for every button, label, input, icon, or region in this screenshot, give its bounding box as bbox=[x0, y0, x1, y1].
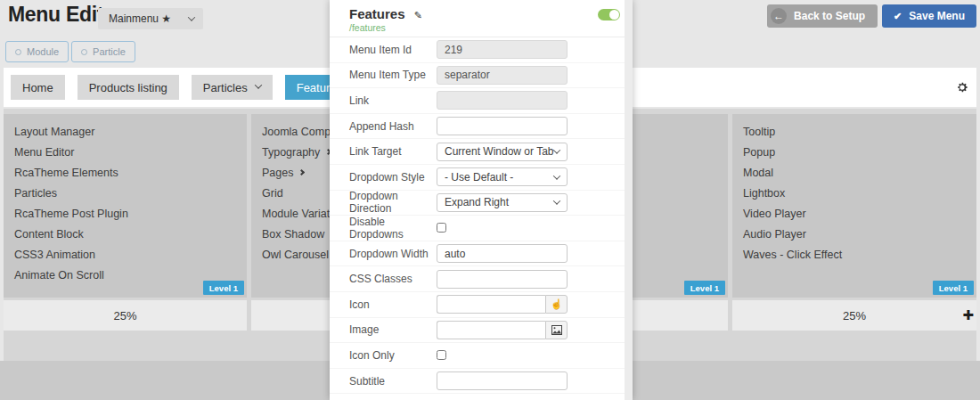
menu-item-label: Pages bbox=[262, 167, 293, 179]
menu-item[interactable]: Tooltip bbox=[732, 121, 976, 142]
particle-button-label: Particle bbox=[93, 46, 126, 57]
dropdown-width-input[interactable] bbox=[437, 244, 568, 263]
field-label: Dropdown Width bbox=[349, 248, 437, 260]
edit-title-pencil-icon[interactable]: ✎ bbox=[414, 10, 422, 20]
menu-item-settings-modal: Features ✎ /features Menu Item Id Menu I… bbox=[330, 0, 633, 400]
column-width-control[interactable]: 25% ✚ bbox=[732, 300, 976, 331]
hand-pointer-icon: ☝ bbox=[551, 298, 563, 310]
menu-item-label: Audio Player bbox=[743, 228, 806, 241]
field-label: Link bbox=[349, 94, 437, 107]
back-button-label: Back to Setup bbox=[794, 10, 865, 22]
menu-select-dropdown[interactable]: Mainmenu ★ bbox=[98, 8, 203, 29]
field-label: Icon Only bbox=[349, 349, 437, 362]
menu-item[interactable]: Popup bbox=[732, 142, 976, 162]
tab-label: Particles bbox=[203, 81, 248, 94]
field-label: Image bbox=[349, 323, 437, 336]
menu-item[interactable]: Particles bbox=[4, 183, 247, 203]
field-label: Dropdown Direction bbox=[349, 190, 437, 215]
menu-item-label: Tooltip bbox=[743, 126, 775, 138]
disable-dropdowns-checkbox[interactable] bbox=[437, 223, 446, 233]
column-width-control[interactable]: 25% bbox=[4, 300, 247, 331]
icon-only-checkbox[interactable] bbox=[437, 350, 446, 360]
back-to-setup-button[interactable]: ← Back to Setup bbox=[767, 4, 878, 28]
toggle-knob bbox=[609, 10, 619, 20]
select-value: - Use Default - bbox=[445, 171, 554, 184]
menu-column-1: Layout Manager Menu Editor RcaTheme Elem… bbox=[4, 114, 247, 298]
particle-drag-button[interactable]: Particle bbox=[71, 41, 135, 62]
icon-picker-button[interactable]: ☝ bbox=[545, 295, 568, 314]
append-hash-input[interactable] bbox=[437, 117, 568, 135]
chevron-down-icon bbox=[553, 147, 560, 154]
tab-home[interactable]: Home bbox=[11, 75, 65, 100]
drag-button-group: Module Particle bbox=[5, 41, 135, 62]
image-icon bbox=[551, 325, 562, 335]
field-label: Link Target bbox=[349, 145, 437, 158]
icon-input[interactable] bbox=[437, 295, 545, 314]
menu-item-label: CSS3 Animation bbox=[14, 249, 95, 261]
dropdown-style-select[interactable]: - Use Default - bbox=[437, 167, 568, 186]
image-picker-button[interactable] bbox=[545, 321, 568, 339]
menu-item-label: Layout Manager bbox=[14, 126, 94, 138]
menu-item-label: RcaTheme Elements bbox=[14, 167, 118, 179]
modal-scrollbar[interactable] bbox=[625, 0, 633, 400]
modal-title: Features ✎ bbox=[349, 6, 613, 21]
enabled-toggle[interactable] bbox=[598, 9, 620, 20]
menu-item-label: Animate On Scroll bbox=[14, 269, 104, 282]
modal-header: Features ✎ /features bbox=[330, 0, 633, 37]
menu-item-label: RcaTheme Post Plugin bbox=[14, 208, 128, 220]
menu-item-label: Particles bbox=[14, 187, 57, 200]
dropdown-direction-select[interactable]: Expand Right bbox=[437, 193, 568, 212]
menu-item-label: Box Shadow bbox=[262, 228, 324, 241]
tab-particles[interactable]: Particles bbox=[192, 75, 273, 100]
menu-item[interactable]: Lightbox bbox=[732, 183, 976, 203]
menu-item[interactable]: CSS3 Animation bbox=[4, 244, 247, 265]
link-input bbox=[437, 91, 568, 110]
image-input[interactable] bbox=[437, 321, 545, 339]
save-menu-button[interactable]: ✔ Save Menu bbox=[882, 4, 976, 28]
menu-item-label: Content Block bbox=[14, 228, 84, 241]
field-label: Icon bbox=[349, 298, 437, 311]
add-column-button[interactable]: ✚ bbox=[962, 306, 974, 324]
menu-item[interactable]: RcaTheme Elements bbox=[4, 162, 247, 183]
menu-settings-gear-icon[interactable] bbox=[956, 81, 968, 94]
select-value: Current Window or Tab bbox=[445, 145, 554, 158]
subtitle-input[interactable] bbox=[437, 371, 568, 390]
menu-item[interactable]: Video Player bbox=[732, 203, 976, 224]
menu-item-label: Modal bbox=[743, 167, 773, 179]
chevron-down-icon bbox=[553, 172, 560, 179]
column-width-label: 25% bbox=[113, 309, 136, 322]
field-label: Subtitle bbox=[349, 375, 437, 388]
menu-item[interactable]: Layout Manager bbox=[4, 121, 247, 142]
back-arrow-icon: ← bbox=[771, 8, 787, 24]
menu-item[interactable]: RcaTheme Post Plugin bbox=[4, 203, 247, 224]
menu-item[interactable]: Modal bbox=[732, 162, 976, 183]
field-label: CSS Classes bbox=[349, 273, 437, 285]
css-classes-input[interactable] bbox=[437, 270, 568, 289]
menu-item-id-input bbox=[437, 40, 568, 59]
menu-item[interactable]: Audio Player bbox=[732, 224, 976, 244]
level-badge: Level 1 bbox=[933, 281, 974, 295]
menu-item-label: Menu Editor bbox=[14, 146, 74, 159]
menu-item[interactable]: Waves - Click Effect bbox=[732, 244, 976, 265]
menu-item[interactable]: Menu Editor bbox=[4, 142, 247, 162]
save-button-label: Save Menu bbox=[909, 10, 965, 22]
particle-icon bbox=[81, 49, 87, 55]
chevron-down-icon bbox=[254, 81, 261, 88]
tab-label: Home bbox=[22, 81, 53, 94]
menu-item-label: Waves - Click Effect bbox=[743, 249, 842, 261]
menu-column-4: Tooltip Popup Modal Lightbox Video Playe… bbox=[732, 114, 976, 298]
module-icon bbox=[15, 49, 21, 55]
chevron-down-icon bbox=[188, 13, 195, 20]
module-button-label: Module bbox=[27, 46, 59, 57]
module-drag-button[interactable]: Module bbox=[5, 41, 69, 62]
menu-item-label: Typography bbox=[262, 146, 320, 159]
menu-item-label: Owl Carousel bbox=[262, 249, 329, 261]
field-label: Menu Item Id bbox=[349, 44, 437, 56]
field-label: Append Hash bbox=[349, 120, 437, 133]
menu-item[interactable]: Content Block bbox=[4, 224, 247, 244]
tab-products-listing[interactable]: Products listing bbox=[78, 75, 179, 100]
chevron-down-icon bbox=[553, 198, 560, 205]
submenu-arrow-icon bbox=[298, 169, 305, 176]
menu-item-label: Video Player bbox=[743, 208, 806, 220]
link-target-select[interactable]: Current Window or Tab bbox=[437, 143, 568, 161]
